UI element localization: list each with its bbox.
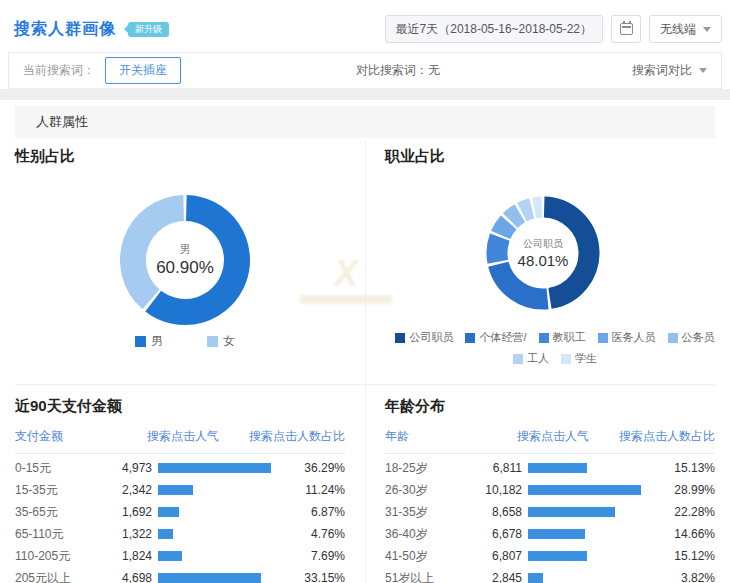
row-bar — [528, 573, 543, 583]
calendar-button[interactable] — [611, 15, 641, 43]
legend-item-医务人员[interactable]: 医务人员 — [598, 330, 656, 345]
legend-item-公务员[interactable]: 公务员 — [668, 330, 715, 345]
donut-segment-教职工 — [497, 237, 500, 262]
terminal-label: 无线端 — [660, 21, 696, 38]
row-label: 15-35元 — [15, 482, 110, 499]
row-bar — [158, 551, 182, 561]
legend-swatch — [207, 336, 218, 347]
row-bar — [158, 573, 261, 583]
legend-item-工人[interactable]: 工人 — [513, 351, 549, 366]
keyword-compare-label: 搜索词对比 — [632, 62, 692, 79]
terminal-dropdown[interactable]: 无线端 — [649, 15, 722, 43]
donut-segment-公司职员 — [544, 207, 589, 298]
legend-swatch — [465, 333, 475, 343]
row-label: 110-205元 — [15, 548, 110, 565]
page-header: 搜索人群画像 新升级 最近7天（2018-05-16~2018-05-22） 无… — [14, 12, 722, 46]
chevron-down-icon — [703, 27, 711, 36]
row-pct: 11.24% — [305, 483, 345, 497]
watermark: X — [300, 256, 392, 304]
row-label: 65-110元 — [15, 526, 110, 543]
row-value: 6,807 — [480, 549, 522, 563]
legend-item-女[interactable]: 女 — [207, 333, 235, 350]
legend-item-学生[interactable]: 学生 — [561, 351, 597, 366]
column-divider — [365, 140, 366, 583]
row-pct: 4.76% — [311, 527, 345, 541]
current-keyword-button[interactable]: 开关插座 — [105, 57, 181, 84]
donut-segment-医务人员 — [501, 222, 509, 235]
row-bar — [158, 485, 193, 495]
row-value: 1,322 — [110, 527, 152, 541]
row-pct: 15.13% — [674, 461, 715, 475]
payment-table-body: 0-15元4,97336.29%15-35元2,34211.24%35-65元1… — [15, 457, 345, 583]
legend-swatch — [135, 336, 146, 347]
row-bar — [528, 551, 587, 561]
row-pct: 36.29% — [304, 461, 345, 475]
filter-bar: 当前搜索词： 开关插座 对比搜索词：无 搜索词对比 — [8, 52, 722, 89]
donut-segment-女 — [133, 208, 184, 299]
row-value: 4,698 — [110, 571, 152, 583]
row-pct: 28.99% — [674, 483, 715, 497]
section-crowd-attributes: 人群属性 — [15, 106, 715, 138]
col-header-share: 搜索点击人数占比 — [619, 428, 715, 445]
row-bar — [158, 529, 173, 539]
row-pct: 14.66% — [674, 527, 715, 541]
table-row: 65-110元1,3224.76% — [15, 523, 345, 545]
date-range-button[interactable]: 最近7天（2018-05-16~2018-05-22） — [385, 15, 603, 43]
legend-swatch — [539, 333, 549, 343]
row-pct: 3.82% — [681, 571, 715, 583]
upgrade-badge: 新升级 — [128, 22, 169, 37]
age-table-header: 年龄 搜索点击人气 搜索点击人数占比 — [385, 428, 715, 454]
col-header-popularity: 搜索点击人气 — [517, 428, 619, 445]
row-label: 26-30岁 — [385, 482, 480, 499]
donut-segment-学生 — [534, 207, 542, 208]
legend-item-教职工[interactable]: 教职工 — [539, 330, 586, 345]
table-row: 110-205元1,8247.69% — [15, 545, 345, 567]
legend-label: 工人 — [527, 351, 549, 366]
legend-label: 个体经营/ — [479, 330, 526, 345]
date-range-label: 最近7天（2018-05-16~2018-05-22） — [396, 21, 592, 38]
payment-table-title: 近90天支付金额 — [15, 397, 122, 416]
age-table-body: 18-25岁6,81115.13%26-30岁10,18228.99%31-35… — [385, 457, 715, 583]
calendar-icon — [620, 23, 633, 35]
table-row: 36-40岁6,67814.66% — [385, 523, 715, 545]
row-bar — [158, 507, 179, 517]
age-table: 年龄 搜索点击人气 搜索点击人数占比 18-25岁6,81115.13%26-3… — [385, 428, 715, 583]
page-divider — [0, 89, 730, 100]
legend-swatch — [395, 333, 405, 343]
legend-label: 教职工 — [553, 330, 586, 345]
row-value: 2,342 — [110, 483, 152, 497]
occupation-legend: 公司职员个体经营/教职工医务人员公务员工人学生 — [392, 330, 718, 366]
chevron-down-icon — [699, 68, 707, 77]
header-controls: 最近7天（2018-05-16~2018-05-22） 无线端 — [385, 15, 722, 43]
row-label: 18-25岁 — [385, 460, 480, 477]
legend-item-公司职员[interactable]: 公司职员 — [395, 330, 453, 345]
row-value: 2,845 — [480, 571, 522, 583]
row-label: 0-15元 — [15, 460, 110, 477]
table-row: 31-35岁8,65822.28% — [385, 501, 715, 523]
row-bar — [158, 463, 271, 473]
donut-segment-公务员 — [510, 213, 519, 220]
current-keyword-label: 当前搜索词： — [23, 62, 95, 79]
row-pct: 6.87% — [311, 505, 345, 519]
row-value: 6,811 — [480, 461, 522, 475]
keyword-compare-toggle[interactable]: 搜索词对比 — [632, 62, 707, 79]
row-label: 35-65元 — [15, 504, 110, 521]
legend-label: 男 — [151, 333, 163, 350]
compare-keyword-text: 对比搜索词：无 — [356, 62, 440, 79]
occupation-chart-title: 职业占比 — [385, 147, 445, 166]
row-bar — [528, 463, 587, 473]
legend-label: 公司职员 — [409, 330, 453, 345]
legend-item-男[interactable]: 男 — [135, 333, 163, 350]
col-header-age: 年龄 — [385, 428, 517, 445]
table-row: 15-35元2,34211.24% — [15, 479, 345, 501]
row-label: 51岁以上 — [385, 570, 480, 583]
legend-item-个体经营/[interactable]: 个体经营/ — [465, 330, 526, 345]
legend-swatch — [513, 354, 523, 364]
row-bar — [528, 529, 585, 539]
row-bar — [528, 507, 615, 517]
row-value: 1,824 — [110, 549, 152, 563]
watermark-text-blur — [300, 295, 392, 304]
row-pct: 7.69% — [311, 549, 345, 563]
row-value: 8,658 — [480, 505, 522, 519]
table-row: 18-25岁6,81115.13% — [385, 457, 715, 479]
